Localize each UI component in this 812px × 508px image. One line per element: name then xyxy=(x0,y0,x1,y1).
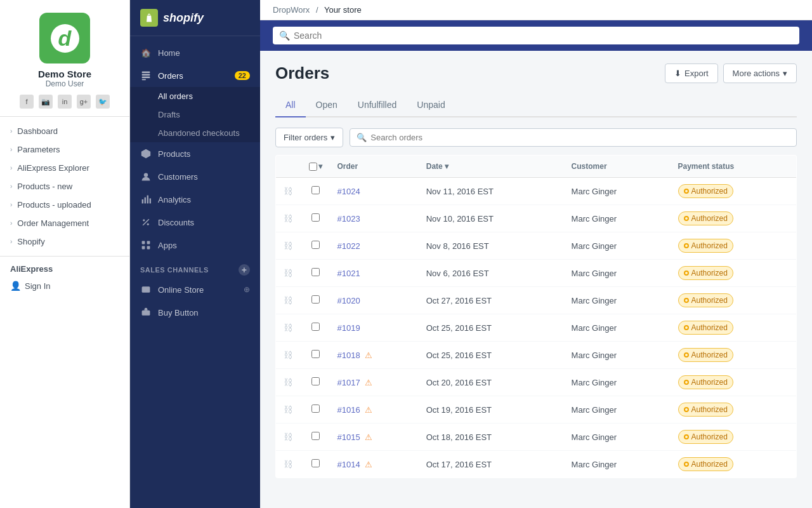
row-checkbox[interactable] xyxy=(311,323,320,331)
googleplus-icon[interactable]: g+ xyxy=(77,95,91,109)
subnav-drafts[interactable]: Drafts xyxy=(130,105,260,124)
sidebar-item-aliexpress-explorer[interactable]: › AliExpress Explorer xyxy=(0,159,129,177)
shopify-nav-analytics[interactable]: Analytics xyxy=(130,188,260,211)
row-checkbox[interactable] xyxy=(311,213,320,222)
shopify-nav-apps[interactable]: Apps xyxy=(130,234,260,257)
row-customer: Marc Ginger xyxy=(564,287,671,314)
order-link[interactable]: #1014 xyxy=(337,460,360,469)
content-area: Orders ⬇ Export More actions ▾ All Open … xyxy=(260,51,812,508)
order-link[interactable]: #1018 xyxy=(337,351,360,360)
row-order-id: #1015 ⚠ xyxy=(330,424,419,451)
store-name: Demo Store xyxy=(38,69,91,79)
row-checkbox[interactable] xyxy=(311,186,320,194)
logo-letter: d xyxy=(58,26,72,51)
shopify-nav-products[interactable]: Products xyxy=(130,142,260,165)
col-customer-header: Customer xyxy=(564,156,671,178)
row-checkbox[interactable] xyxy=(311,404,320,413)
facebook-icon[interactable]: f xyxy=(20,95,34,109)
row-checkbox[interactable] xyxy=(311,377,320,385)
search-input[interactable] xyxy=(294,30,793,41)
row-customer: Marc Ginger xyxy=(564,451,671,478)
breadcrumb-parent[interactable]: DropWorx xyxy=(273,5,310,15)
row-unlink-icon: ⛓ xyxy=(276,260,301,287)
order-link[interactable]: #1017 xyxy=(337,378,360,387)
discounts-icon xyxy=(140,217,152,228)
sales-channels-header: Sales Channels + xyxy=(130,257,260,278)
sign-in-label: Sign In xyxy=(25,281,50,291)
order-link[interactable]: #1020 xyxy=(337,296,360,305)
svg-point-10 xyxy=(147,224,149,225)
twitter-icon[interactable]: 🐦 xyxy=(96,95,110,109)
subnav-all-orders[interactable]: All orders xyxy=(130,87,260,105)
sidebar-item-shopify[interactable]: › Shopify xyxy=(0,232,129,251)
order-link[interactable]: #1023 xyxy=(337,214,360,224)
col-icon-header xyxy=(276,156,301,178)
shopify-nav-online-store[interactable]: Online Store ⊕ xyxy=(130,278,260,301)
row-order-id: #1014 ⚠ xyxy=(330,451,419,478)
sidebar-item-products-uploaded[interactable]: › Products - uploaded xyxy=(0,196,129,214)
filter-orders-button[interactable]: Filter orders ▾ xyxy=(275,128,343,147)
tab-open[interactable]: Open xyxy=(306,93,348,117)
row-checkbox-cell xyxy=(301,396,330,424)
row-checkbox[interactable] xyxy=(311,268,320,276)
shopify-nav-customers[interactable]: Customers xyxy=(130,165,260,188)
row-checkbox[interactable] xyxy=(311,350,320,358)
checkbox-chevron-icon[interactable]: ▾ xyxy=(318,162,322,171)
linkedin-icon[interactable]: in xyxy=(58,95,72,109)
export-button[interactable]: ⬇ Export xyxy=(665,64,718,83)
customers-icon xyxy=(140,171,152,182)
row-unlink-icon: ⛓ xyxy=(276,451,301,478)
shopify-wordmark: shopify xyxy=(163,11,204,25)
add-sales-channel-button[interactable]: + xyxy=(239,264,250,276)
shopify-nav-discounts[interactable]: Discounts xyxy=(130,211,260,234)
order-link[interactable]: #1016 xyxy=(337,405,360,415)
search-input-wrap: 🔍 xyxy=(273,27,799,44)
search-icon: 🔍 xyxy=(279,30,290,41)
order-link[interactable]: #1021 xyxy=(337,269,360,278)
order-link[interactable]: #1019 xyxy=(337,323,360,333)
row-checkbox[interactable] xyxy=(311,295,320,304)
sidebar-item-dashboard[interactable]: › Dashboard xyxy=(0,122,129,140)
tab-all[interactable]: All xyxy=(275,93,306,117)
table-row: ⛓ #1023 Nov 10, 2016 EST Marc Ginger Aut… xyxy=(276,205,797,232)
row-checkbox[interactable] xyxy=(311,459,320,467)
logo-icon: d xyxy=(39,13,90,64)
subnav-abandoned-checkouts[interactable]: Abandoned checkouts xyxy=(130,124,260,142)
row-order-id: #1020 xyxy=(330,287,419,314)
row-payment-status: Authorized xyxy=(671,287,797,314)
more-actions-button[interactable]: More actions ▾ xyxy=(723,64,797,83)
instagram-icon[interactable]: 📷 xyxy=(39,95,53,109)
sidebar-item-order-management[interactable]: › Order Management xyxy=(0,214,129,232)
shopify-nav-home[interactable]: 🏠 Home xyxy=(130,41,260,64)
order-link[interactable]: #1022 xyxy=(337,241,360,251)
row-checkbox[interactable] xyxy=(311,432,320,440)
row-customer: Marc Ginger xyxy=(564,424,671,451)
table-row: ⛓ #1017 ⚠ Oct 20, 2016 EST Marc Ginger A… xyxy=(276,369,797,396)
shopify-nav-buy-button[interactable]: Buy Button xyxy=(130,301,260,324)
row-order-id: #1023 xyxy=(330,205,419,232)
order-link[interactable]: #1015 xyxy=(337,432,360,442)
shopify-nav-orders[interactable]: Orders 22 xyxy=(130,64,260,87)
nav-label: Apps xyxy=(158,241,177,250)
table-row: ⛓ #1016 ⚠ Oct 19, 2016 EST Marc Ginger A… xyxy=(276,396,797,424)
col-date-header[interactable]: Date ▾ xyxy=(419,156,564,178)
sidebar-item-label: Products - new xyxy=(17,182,119,191)
sidebar-item-products-new[interactable]: › Products - new xyxy=(0,177,129,196)
status-dot-icon xyxy=(684,434,689,439)
search-orders-input[interactable] xyxy=(370,133,790,142)
payment-status-badge: Authorized xyxy=(678,211,733,225)
sign-in-item[interactable]: 👤 Sign In xyxy=(10,277,119,294)
row-checkbox[interactable] xyxy=(311,241,320,249)
row-payment-status: Authorized xyxy=(671,451,797,478)
select-all-checkbox[interactable] xyxy=(309,163,317,171)
tab-unpaid[interactable]: Unpaid xyxy=(407,93,455,117)
svg-rect-17 xyxy=(142,311,150,316)
aliexpress-title: AliExpress xyxy=(10,264,119,274)
sidebar-item-parameters[interactable]: › Parameters xyxy=(0,140,129,159)
chevron-icon: › xyxy=(10,146,12,153)
tab-unfulfilled[interactable]: Unfulfilled xyxy=(348,93,407,117)
status-dot-icon xyxy=(684,325,689,330)
table-row: ⛓ #1015 ⚠ Oct 18, 2016 EST Marc Ginger A… xyxy=(276,424,797,451)
order-link[interactable]: #1024 xyxy=(337,187,360,196)
nav-label: Buy Button xyxy=(158,308,199,318)
